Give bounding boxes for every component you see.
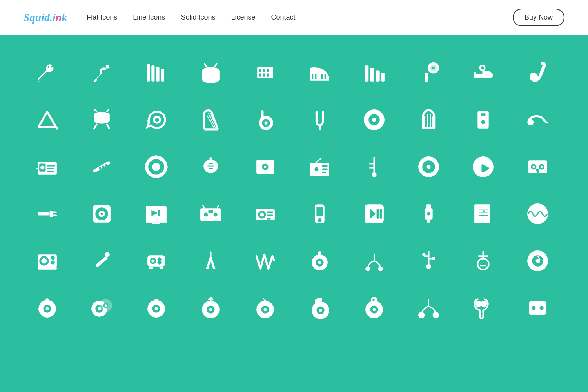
icon-tuning-fork[interactable]	[296, 102, 343, 137]
svg-rect-12	[267, 69, 269, 72]
icon-earphones-split[interactable]	[350, 243, 397, 278]
icon-usb-drive[interactable]	[405, 196, 452, 231]
icon-cassette[interactable]	[514, 149, 561, 184]
icon-vinyl-record[interactable]	[350, 102, 397, 137]
icon-record-player-box[interactable]	[241, 149, 289, 184]
icon-mandolin[interactable]	[187, 149, 234, 184]
svg-point-71	[102, 165, 104, 168]
icon-cd-play[interactable]	[350, 290, 397, 325]
icon-radio[interactable]	[296, 149, 343, 184]
svg-point-78	[159, 172, 163, 176]
svg-point-206	[319, 309, 322, 312]
icon-tambourine[interactable]	[132, 149, 180, 184]
svg-point-162	[157, 260, 161, 264]
svg-rect-177	[432, 257, 435, 260]
icon-flute[interactable]	[78, 149, 125, 184]
nav-flat-icons[interactable]: Flat Icons	[87, 13, 117, 22]
icon-maraca[interactable]	[405, 55, 452, 90]
svg-rect-125	[208, 210, 213, 213]
svg-point-200	[209, 308, 212, 311]
icon-flying-v-guitar[interactable]	[187, 243, 234, 278]
svg-rect-67	[47, 168, 53, 169]
svg-point-30	[533, 75, 539, 81]
svg-point-136	[318, 218, 321, 222]
svg-rect-135	[316, 207, 323, 216]
svg-rect-93	[322, 168, 327, 170]
icon-guitar[interactable]	[24, 55, 71, 90]
icon-boombox[interactable]	[187, 196, 234, 231]
icon-lyre[interactable]	[405, 102, 452, 137]
icon-music-screen[interactable]	[132, 196, 180, 231]
icon-electric-guitar[interactable]	[78, 55, 125, 90]
icon-drum[interactable]	[187, 55, 234, 90]
svg-point-65	[40, 165, 44, 169]
icon-cd-note[interactable]	[296, 290, 343, 325]
icon-cd-upload[interactable]	[187, 290, 234, 325]
icon-horn[interactable]	[514, 102, 561, 137]
icon-french-horn[interactable]	[132, 102, 180, 137]
icon-effects-pedal[interactable]	[132, 243, 180, 278]
svg-line-36	[106, 123, 109, 129]
icon-amplifier[interactable]	[24, 243, 71, 278]
svg-rect-69	[93, 160, 111, 172]
svg-rect-20	[365, 65, 368, 82]
icon-audio-jack[interactable]	[350, 149, 397, 184]
svg-rect-141	[427, 219, 430, 222]
svg-point-212	[418, 312, 425, 318]
svg-point-48	[264, 121, 267, 124]
svg-rect-94	[322, 171, 326, 173]
icon-harmonica[interactable]	[241, 55, 289, 90]
icon-banjo-2[interactable]	[296, 243, 343, 278]
icon-saxophone[interactable]	[514, 55, 561, 90]
icon-music-app[interactable]	[459, 149, 506, 184]
svg-point-169	[318, 261, 321, 264]
icon-pan-flute[interactable]	[132, 55, 180, 90]
svg-line-95	[316, 158, 321, 163]
icon-usb-audio[interactable]	[405, 243, 452, 278]
icon-harp[interactable]	[187, 102, 234, 137]
icon-grand-piano[interactable]	[296, 55, 343, 90]
icon-organ-pipes[interactable]	[350, 55, 397, 90]
svg-rect-68	[47, 171, 54, 172]
svg-rect-0	[147, 64, 150, 82]
nav-license[interactable]: License	[231, 13, 255, 22]
icon-cd-double[interactable]	[78, 290, 125, 325]
icon-drum-kit[interactable]	[78, 102, 125, 137]
icon-music-player-box[interactable]	[24, 149, 71, 184]
icon-banjo[interactable]	[241, 102, 289, 137]
svg-point-77	[159, 157, 163, 161]
nav-contact[interactable]: Contact	[271, 13, 295, 22]
icon-cd-music[interactable]	[241, 290, 289, 325]
icon-earbuds-box[interactable]	[514, 290, 561, 325]
svg-point-102	[426, 165, 430, 169]
logo[interactable]: Squid.ink	[24, 11, 67, 24]
svg-point-197	[154, 307, 158, 310]
icon-music-disc[interactable]	[405, 149, 452, 184]
svg-point-130	[260, 212, 264, 216]
nav-solid-icons[interactable]: Solid Icons	[181, 13, 215, 22]
icon-vinyl-disc-2[interactable]	[514, 243, 561, 278]
buy-now-button[interactable]: Buy Now	[513, 9, 564, 26]
icon-power-connector[interactable]	[459, 243, 506, 278]
svg-point-60	[481, 120, 485, 124]
svg-rect-14	[263, 73, 265, 76]
icon-waveform[interactable]	[514, 196, 561, 231]
icon-earbuds[interactable]	[459, 290, 506, 325]
icon-earbuds-split[interactable]	[405, 290, 452, 325]
icon-drumstick[interactable]	[78, 243, 125, 278]
icon-trumpet[interactable]	[459, 55, 506, 90]
icon-cd-disc-box[interactable]	[78, 196, 125, 231]
icon-speaker[interactable]	[459, 102, 506, 137]
icon-music-notebook[interactable]	[459, 196, 506, 231]
icon-audio-cable[interactable]	[24, 196, 71, 231]
icon-cd-add[interactable]	[24, 290, 71, 325]
svg-line-31	[56, 127, 57, 129]
icon-music-saw[interactable]	[241, 243, 289, 278]
icon-car-radio[interactable]	[241, 196, 289, 231]
nav-line-icons[interactable]: Line Icons	[133, 13, 165, 22]
svg-point-218	[532, 306, 535, 310]
icon-play-pause-button[interactable]	[350, 196, 397, 231]
icon-cd-minus[interactable]	[132, 290, 180, 325]
icon-ipod[interactable]	[296, 196, 343, 231]
icon-triangle[interactable]	[24, 102, 71, 137]
